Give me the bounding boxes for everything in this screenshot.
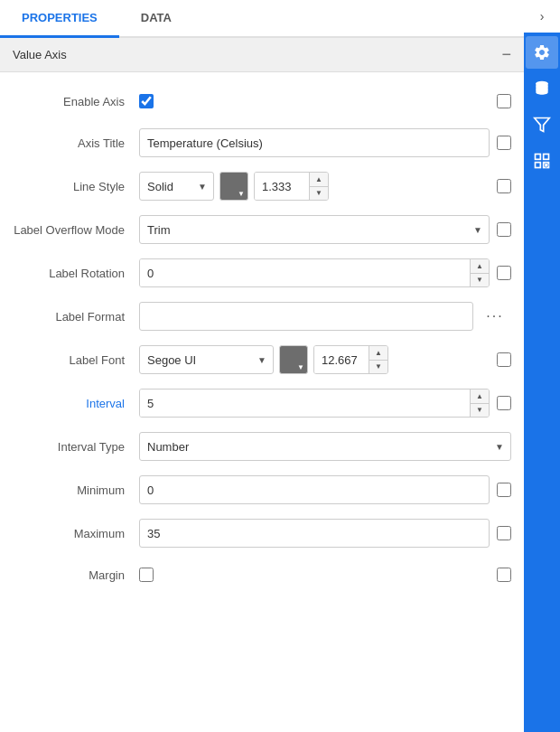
interval-row-checkbox[interactable] <box>497 396 511 410</box>
prop-row-minimum: Minimum <box>0 468 524 511</box>
prop-row-line-style: Line Style Solid Dashed Dotted ▼ ▲ ▼ <box>0 164 524 208</box>
label-format-ellipsis-button[interactable]: ··· <box>479 302 511 331</box>
interval-spinner-up[interactable]: ▲ <box>471 389 489 404</box>
sidebar-filter-button[interactable] <box>526 108 558 141</box>
svg-marker-1 <box>535 118 550 132</box>
tab-properties[interactable]: PROPERTIES <box>0 0 119 38</box>
line-style-spinner-input[interactable] <box>255 173 309 200</box>
label-font-spinner-up[interactable]: ▲ <box>369 346 387 361</box>
label-interval: Interval <box>13 397 139 410</box>
label-axis-title: Axis Title <box>13 136 139 150</box>
control-label-font: Segoe UI Arial Times New Roman ▼ ▲ ▼ <box>139 345 490 374</box>
line-style-select-wrapper: Solid Dashed Dotted ▼ <box>139 172 214 201</box>
label-rotation-row-checkbox[interactable] <box>497 266 511 280</box>
settings-data-icon <box>533 152 551 170</box>
line-style-spinner: ▲ ▼ <box>254 172 329 201</box>
svg-rect-3 <box>544 155 549 160</box>
filter-icon <box>533 116 551 134</box>
label-font-spinner-down[interactable]: ▼ <box>369 361 387 374</box>
prop-row-margin: Margin <box>0 555 524 595</box>
line-style-spinner-down[interactable]: ▼ <box>310 187 328 201</box>
section-title: Value Axis <box>13 48 67 61</box>
prop-row-label-overflow: Label Overflow Mode Trim Ellipsis None ▼ <box>0 208 524 251</box>
label-font-row-checkbox[interactable] <box>497 352 511 367</box>
control-interval: ▲ ▼ <box>139 389 490 418</box>
label-enable-axis: Enable Axis <box>13 95 139 108</box>
sidebar-arrow-icon: › <box>540 9 545 23</box>
tabs-bar: PROPERTIES DATA <box>0 0 524 38</box>
interval-type-select[interactable]: Number Auto <box>139 432 511 461</box>
label-maximum: Maximum <box>13 527 139 540</box>
label-rotation-input[interactable] <box>140 259 470 286</box>
label-margin: Margin <box>13 568 139 582</box>
control-label-rotation: ▲ ▼ <box>139 258 490 287</box>
label-font-size-input[interactable] <box>314 346 369 373</box>
sidebar-gear-button[interactable] <box>526 36 558 69</box>
prop-row-interval: Interval ▲ ▼ <box>0 381 524 425</box>
axis-title-row-checkbox[interactable] <box>497 136 511 150</box>
right-sidebar: › <box>524 0 560 732</box>
label-format-input[interactable] <box>139 302 473 331</box>
control-label-overflow: Trim Ellipsis None ▼ <box>139 215 490 244</box>
control-label-format: ··· <box>139 302 511 331</box>
line-style-spinner-up[interactable]: ▲ <box>310 173 328 187</box>
interval-spinner-buttons: ▲ ▼ <box>470 389 489 417</box>
maximum-input[interactable] <box>139 519 490 548</box>
label-label-font: Label Font <box>13 353 139 367</box>
maximum-row-checkbox[interactable] <box>497 526 511 540</box>
prop-row-label-font: Label Font Segoe UI Arial Times New Roma… <box>0 338 524 381</box>
label-font-select[interactable]: Segoe UI Arial Times New Roman <box>139 345 274 374</box>
minimum-row-checkbox[interactable] <box>497 483 511 497</box>
control-margin <box>139 568 490 582</box>
line-style-spinner-buttons: ▲ ▼ <box>309 173 328 200</box>
svg-rect-5 <box>536 163 541 168</box>
interval-input[interactable] <box>140 389 470 417</box>
prop-row-interval-type: Interval Type Number Auto ▼ <box>0 425 524 468</box>
sidebar-settings-button[interactable] <box>526 145 558 177</box>
main-panel: PROPERTIES DATA Value Axis − Enable Axis… <box>0 0 524 732</box>
minimum-input[interactable] <box>139 475 490 504</box>
label-rotation-up[interactable]: ▲ <box>471 259 489 274</box>
label-font-spinner-buttons: ▲ ▼ <box>369 346 387 373</box>
control-line-style: Solid Dashed Dotted ▼ ▲ ▼ <box>139 172 490 201</box>
enable-axis-checkbox[interactable] <box>139 94 154 108</box>
control-minimum <box>139 475 490 504</box>
collapse-icon[interactable]: − <box>501 45 511 64</box>
label-overflow-select-wrapper: Trim Ellipsis None ▼ <box>139 215 490 244</box>
properties-content: Enable Axis Axis Title Line Style Solid … <box>0 72 524 732</box>
control-enable-axis <box>139 94 490 108</box>
axis-title-input[interactable] <box>139 128 490 157</box>
enable-axis-row-checkbox[interactable] <box>497 94 511 108</box>
label-label-rotation: Label Rotation <box>13 267 139 280</box>
label-label-format: Label Format <box>13 310 139 324</box>
section-header: Value Axis − <box>0 38 524 72</box>
tab-data[interactable]: DATA <box>119 0 193 38</box>
sidebar-collapse-button[interactable]: › <box>524 0 560 33</box>
margin-checkbox[interactable] <box>139 568 154 582</box>
line-style-row-checkbox[interactable] <box>497 179 511 193</box>
sidebar-icon-area <box>524 33 560 732</box>
label-rotation-down[interactable]: ▼ <box>471 274 489 287</box>
interval-spinner-down[interactable]: ▼ <box>471 404 489 418</box>
label-overflow-row-checkbox[interactable] <box>497 222 511 237</box>
prop-row-maximum: Maximum <box>0 511 524 555</box>
prop-row-axis-title: Axis Title <box>0 121 524 164</box>
svg-rect-2 <box>536 155 541 160</box>
label-font-spinner: ▲ ▼ <box>313 345 388 374</box>
label-interval-type: Interval Type <box>13 440 139 454</box>
label-label-overflow: Label Overflow Mode <box>13 223 139 237</box>
interval-spinner: ▲ ▼ <box>139 389 490 418</box>
control-axis-title <box>139 128 490 157</box>
label-overflow-select[interactable]: Trim Ellipsis None <box>139 215 490 244</box>
prop-row-enable-axis: Enable Axis <box>0 81 524 121</box>
label-minimum: Minimum <box>13 483 139 497</box>
control-interval-type: Number Auto ▼ <box>139 432 511 461</box>
label-font-color-swatch[interactable] <box>279 345 308 374</box>
label-line-style: Line Style <box>13 180 139 193</box>
line-style-color-swatch[interactable] <box>219 172 248 201</box>
margin-row-checkbox[interactable] <box>497 568 511 582</box>
sidebar-database-button[interactable] <box>526 72 558 105</box>
gear-icon <box>533 43 551 61</box>
label-font-select-wrapper: Segoe UI Arial Times New Roman ▼ <box>139 345 274 374</box>
line-style-select[interactable]: Solid Dashed Dotted <box>139 172 214 201</box>
